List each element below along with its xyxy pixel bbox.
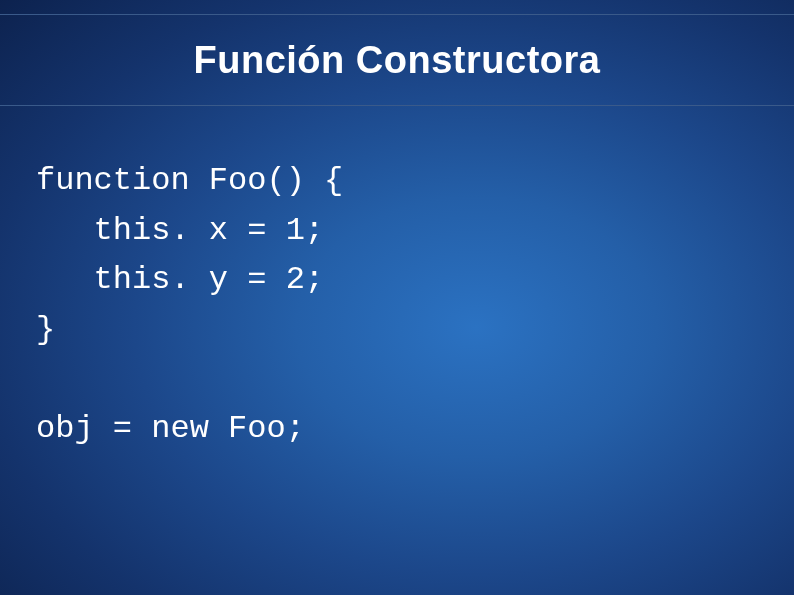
- code-line-6: obj = new Foo;: [36, 410, 305, 447]
- slide: Función Constructora function Foo() { th…: [0, 0, 794, 595]
- code-line-1: function Foo() {: [36, 162, 343, 199]
- code-line-4: }: [36, 311, 55, 348]
- code-block: function Foo() { this. x = 1; this. y = …: [36, 156, 343, 454]
- slide-title: Función Constructora: [194, 39, 601, 82]
- title-band: Función Constructora: [0, 14, 794, 106]
- code-line-2: this. x = 1;: [36, 212, 324, 249]
- code-line-3: this. y = 2;: [36, 261, 324, 298]
